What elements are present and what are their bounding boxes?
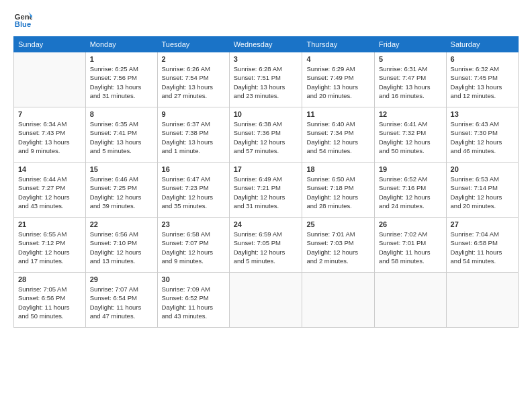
cell-info-line: Sunset: 7:56 PM xyxy=(90,73,153,82)
cell-info-line: and 17 minutes. xyxy=(18,257,81,265)
cell-info-line: Daylight: 11 hours xyxy=(379,248,442,257)
cell-info-line: Sunrise: 6:44 AM xyxy=(18,175,81,183)
calendar-cell xyxy=(302,273,375,328)
day-number: 17 xyxy=(234,165,298,173)
day-number: 23 xyxy=(162,220,225,228)
cell-info-line: Sunset: 7:41 PM xyxy=(90,128,153,137)
day-number: 26 xyxy=(379,220,442,228)
cell-info-line: Sunrise: 6:47 AM xyxy=(162,175,225,183)
calendar-cell: 5Sunrise: 6:31 AMSunset: 7:47 PMDaylight… xyxy=(374,52,446,107)
day-header-saturday: Saturday xyxy=(446,37,518,52)
day-header-sunday: Sunday xyxy=(14,37,86,52)
cell-info-line: Daylight: 12 hours xyxy=(162,248,225,257)
day-number: 3 xyxy=(234,55,298,63)
calendar-cell: 15Sunrise: 6:46 AMSunset: 7:25 PMDayligh… xyxy=(85,163,157,218)
day-header-tuesday: Tuesday xyxy=(157,37,229,52)
cell-info-line: Sunrise: 6:28 AM xyxy=(234,64,298,73)
calendar-cell: 18Sunrise: 6:50 AMSunset: 7:18 PMDayligh… xyxy=(302,163,375,218)
calendar-cell: 30Sunrise: 7:09 AMSunset: 6:52 PMDayligh… xyxy=(157,273,229,328)
day-number: 10 xyxy=(234,110,298,118)
cell-info-line: Sunrise: 6:26 AM xyxy=(162,64,225,73)
day-number: 21 xyxy=(18,220,81,228)
cell-info-line: and 54 minutes. xyxy=(306,146,370,155)
calendar-cell: 29Sunrise: 7:07 AMSunset: 6:54 PMDayligh… xyxy=(85,273,157,328)
calendar-cell: 27Sunrise: 7:04 AMSunset: 6:58 PMDayligh… xyxy=(446,218,518,273)
day-number: 8 xyxy=(90,110,153,118)
cell-info-line: Daylight: 12 hours xyxy=(451,193,514,201)
svg-text:General: General xyxy=(15,13,32,21)
calendar-cell xyxy=(14,52,86,107)
cell-info-line: and 20 minutes. xyxy=(451,201,514,210)
cell-info-line: Daylight: 12 hours xyxy=(90,193,153,201)
header: General Blue xyxy=(13,11,519,30)
calendar-cell: 10Sunrise: 6:38 AMSunset: 7:36 PMDayligh… xyxy=(229,107,302,163)
cell-info-line: and 50 minutes. xyxy=(379,146,442,155)
day-header-thursday: Thursday xyxy=(302,37,375,52)
cell-info-line: Daylight: 13 hours xyxy=(379,83,442,91)
cell-info-line: Daylight: 13 hours xyxy=(162,138,225,146)
cell-info-line: Sunset: 6:56 PM xyxy=(18,293,81,302)
cell-info-line: Daylight: 12 hours xyxy=(234,248,298,257)
day-number: 29 xyxy=(90,275,153,283)
calendar-week-row: 7Sunrise: 6:34 AMSunset: 7:43 PMDaylight… xyxy=(14,107,519,163)
calendar-cell: 28Sunrise: 7:05 AMSunset: 6:56 PMDayligh… xyxy=(14,273,86,328)
svg-text:Blue: Blue xyxy=(15,20,31,28)
cell-info-line: Daylight: 13 hours xyxy=(18,138,81,146)
day-number: 2 xyxy=(162,55,225,63)
cell-info-line: Sunrise: 6:59 AM xyxy=(234,230,298,238)
calendar-cell: 4Sunrise: 6:29 AMSunset: 7:49 PMDaylight… xyxy=(302,52,375,107)
cell-info-line: Sunrise: 6:40 AM xyxy=(306,120,370,128)
cell-info-line: Sunrise: 6:31 AM xyxy=(379,64,442,73)
logo: General Blue xyxy=(13,11,35,30)
cell-info-line: Daylight: 12 hours xyxy=(379,138,442,146)
cell-info-line: Sunrise: 6:25 AM xyxy=(90,64,153,73)
cell-info-line: Sunset: 7:03 PM xyxy=(306,238,370,247)
day-number: 14 xyxy=(18,165,81,173)
cell-info-line: and 47 minutes. xyxy=(90,312,153,320)
cell-info-line: and 57 minutes. xyxy=(234,146,298,155)
day-number: 13 xyxy=(451,110,514,118)
cell-info-line: Sunrise: 6:37 AM xyxy=(162,120,225,128)
calendar-week-row: 28Sunrise: 7:05 AMSunset: 6:56 PMDayligh… xyxy=(14,273,519,328)
page: General Blue SundayMondayTuesdayWednesda… xyxy=(0,0,532,411)
cell-info-line: Daylight: 12 hours xyxy=(162,193,225,201)
cell-info-line: Sunset: 7:21 PM xyxy=(234,183,298,192)
cell-info-line: Sunrise: 7:01 AM xyxy=(306,230,370,238)
cell-info-line: Sunset: 7:54 PM xyxy=(162,73,225,82)
calendar-cell: 1Sunrise: 6:25 AMSunset: 7:56 PMDaylight… xyxy=(85,52,157,107)
day-number: 28 xyxy=(18,275,81,283)
day-number: 9 xyxy=(162,110,225,118)
cell-info-line: and 1 minute. xyxy=(162,146,225,155)
cell-info-line: Sunrise: 6:32 AM xyxy=(451,64,514,73)
calendar-cell: 21Sunrise: 6:55 AMSunset: 7:12 PMDayligh… xyxy=(14,218,86,273)
calendar-cell: 25Sunrise: 7:01 AMSunset: 7:03 PMDayligh… xyxy=(302,218,375,273)
cell-info-line: Daylight: 13 hours xyxy=(234,83,298,91)
day-number: 27 xyxy=(451,220,514,228)
cell-info-line: Sunset: 7:49 PM xyxy=(306,73,370,82)
day-header-friday: Friday xyxy=(374,37,446,52)
cell-info-line: and 31 minutes. xyxy=(234,201,298,210)
cell-info-line: and 27 minutes. xyxy=(162,91,225,100)
day-number: 20 xyxy=(451,165,514,173)
calendar-cell: 12Sunrise: 6:41 AMSunset: 7:32 PMDayligh… xyxy=(374,107,446,163)
cell-info-line: Daylight: 12 hours xyxy=(18,248,81,257)
cell-info-line: Sunset: 6:58 PM xyxy=(451,238,514,247)
cell-info-line: Sunrise: 6:53 AM xyxy=(451,175,514,183)
calendar-table: SundayMondayTuesdayWednesdayThursdayFrid… xyxy=(13,36,519,328)
cell-info-line: Sunset: 7:34 PM xyxy=(306,128,370,137)
cell-info-line: Sunrise: 6:38 AM xyxy=(234,120,298,128)
cell-info-line: and 9 minutes. xyxy=(162,257,225,265)
calendar-cell: 17Sunrise: 6:49 AMSunset: 7:21 PMDayligh… xyxy=(229,163,302,218)
cell-info-line: Daylight: 12 hours xyxy=(234,138,298,146)
day-header-monday: Monday xyxy=(85,37,157,52)
calendar-cell xyxy=(229,273,302,328)
cell-info-line: Sunrise: 6:55 AM xyxy=(18,230,81,238)
cell-info-line: Sunrise: 6:46 AM xyxy=(90,175,153,183)
cell-info-line: Daylight: 13 hours xyxy=(90,83,153,91)
cell-info-line: and 2 minutes. xyxy=(306,257,370,265)
calendar-cell: 24Sunrise: 6:59 AMSunset: 7:05 PMDayligh… xyxy=(229,218,302,273)
day-number: 11 xyxy=(306,110,370,118)
cell-info-line: Sunset: 7:18 PM xyxy=(306,183,370,192)
cell-info-line: and 16 minutes. xyxy=(379,91,442,100)
cell-info-line: Sunset: 7:16 PM xyxy=(379,183,442,192)
